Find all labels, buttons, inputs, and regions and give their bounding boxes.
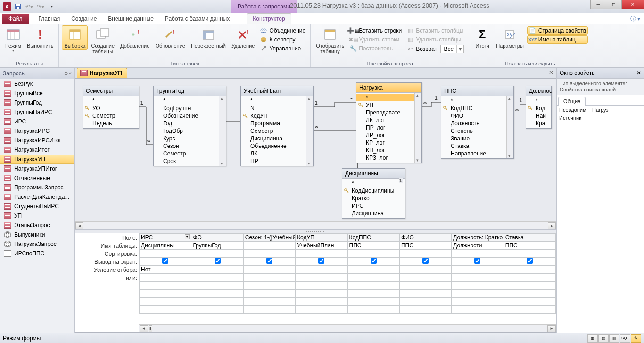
grid-cell[interactable] xyxy=(140,290,191,298)
delete-query-button[interactable]: ! Удаление xyxy=(229,25,257,50)
union-button[interactable]: Объединение xyxy=(258,26,307,35)
table-header[interactable]: ГруппыГод xyxy=(154,86,226,96)
grid-cell[interactable] xyxy=(243,298,295,306)
grid-cell[interactable] xyxy=(399,306,451,314)
return-combo[interactable]: ↩Возврат: Все▾ xyxy=(405,44,466,54)
table-field[interactable]: Кратко xyxy=(342,195,405,202)
grid-cell[interactable] xyxy=(347,290,399,298)
proptab-general[interactable]: Общие xyxy=(558,97,586,106)
grid-cell[interactable] xyxy=(296,290,347,298)
nav-item[interactable]: ИРС xyxy=(0,117,74,126)
grid-cell[interactable] xyxy=(504,274,555,282)
scrollbar[interactable] xyxy=(414,93,421,163)
table-field[interactable]: Семестр xyxy=(154,150,226,157)
grid-cell[interactable] xyxy=(452,290,504,298)
run-button[interactable]: ! Выполнить xyxy=(25,25,56,50)
grid-cell[interactable]: Дисциплины xyxy=(140,242,191,250)
grid-cell[interactable] xyxy=(347,298,399,306)
grid-cell[interactable] xyxy=(296,306,347,314)
grid-cell[interactable] xyxy=(347,258,399,266)
grid-cell[interactable] xyxy=(452,282,504,290)
nav-item[interactable]: УП xyxy=(0,211,74,220)
grid-cell[interactable] xyxy=(504,282,555,290)
table-field[interactable]: Курс xyxy=(154,135,226,142)
table-field[interactable]: КодГруппы xyxy=(154,105,226,112)
table-field[interactable]: КодППС xyxy=(441,105,513,112)
table-box[interactable]: Семестры*УОСеместрНедель xyxy=(83,86,139,129)
nav-search-icon[interactable]: ⊙ « xyxy=(64,71,72,76)
grid-cell[interactable] xyxy=(191,250,243,258)
save-icon[interactable] xyxy=(13,2,23,11)
grid-cell[interactable]: ФО xyxy=(191,234,243,242)
table-field[interactable]: Объединение xyxy=(241,142,313,150)
grid-cell[interactable] xyxy=(452,258,504,266)
grid-cell[interactable] xyxy=(140,274,191,282)
grid-cell[interactable]: КодУП xyxy=(296,234,347,242)
table-field[interactable]: * xyxy=(526,97,551,105)
grid-hscroll[interactable]: ◄▮ ► xyxy=(139,324,556,332)
table-header[interactable]: Дисциплины xyxy=(342,169,405,179)
nav-item[interactable]: ГруппыГод xyxy=(0,98,74,107)
grid-cell[interactable] xyxy=(243,266,295,274)
tab-dbtools[interactable]: Работа с базами данных xyxy=(159,14,235,24)
table-box[interactable]: Нагрузка*УППреподаватеЛК_логПР_логЛР_лог… xyxy=(356,82,422,163)
grid-cell[interactable] xyxy=(140,298,191,306)
grid-cell[interactable] xyxy=(140,250,191,258)
grid-cell[interactable] xyxy=(504,258,555,266)
table-field[interactable]: Код xyxy=(526,105,551,112)
table-field[interactable]: N xyxy=(241,105,313,112)
maketable-button[interactable]: ! Создание таблицы xyxy=(89,25,117,56)
table-field[interactable]: Ставка xyxy=(441,142,513,150)
close-button[interactable]: ✕ xyxy=(621,0,644,9)
nav-item[interactable]: ИРСпоППС xyxy=(0,249,74,258)
grid-cell[interactable] xyxy=(347,306,399,314)
params-button[interactable]: xyz Параметры xyxy=(494,25,526,50)
grid-cell[interactable] xyxy=(191,258,243,266)
grid-cell[interactable] xyxy=(191,290,243,298)
grid-columns[interactable]: ИРС▾ФОСезон: 1-([УчебныйПКодУПКодППСФИОД… xyxy=(139,233,556,332)
grid-cell[interactable]: КодППС xyxy=(347,234,399,242)
table-field[interactable]: * xyxy=(83,97,139,105)
view-sql-icon[interactable]: SQL xyxy=(620,334,630,343)
scrollbar[interactable] xyxy=(306,96,313,166)
table-field[interactable]: КП_лог xyxy=(356,147,421,154)
grid-cell[interactable] xyxy=(243,290,295,298)
grid-cell[interactable]: ППС xyxy=(347,242,399,250)
nav-item[interactable]: НагрузкаИРСИтог xyxy=(0,136,74,145)
maximize-button[interactable]: □ xyxy=(606,0,622,9)
table-field[interactable]: ФИО xyxy=(441,112,513,120)
grid-cell[interactable] xyxy=(243,258,295,266)
table-field[interactable]: Сезон xyxy=(154,142,226,150)
file-tab[interactable]: Файл xyxy=(2,14,29,24)
tab-home[interactable]: Главная xyxy=(33,14,66,24)
diagram-hscroll[interactable]: ◄ ► xyxy=(75,221,556,229)
tab-external[interactable]: Внешние данные xyxy=(102,14,159,24)
nav-item[interactable]: ГруппыВсе xyxy=(0,89,74,98)
view-design-icon[interactable]: ✎ xyxy=(631,334,641,343)
grid-cell[interactable] xyxy=(296,258,347,266)
prop-value[interactable] xyxy=(590,114,644,122)
grid-cell[interactable] xyxy=(504,290,555,298)
propsheet-button[interactable]: 📄Страница свойств xyxy=(527,26,588,35)
grid-cell[interactable]: ППС xyxy=(399,242,451,250)
grid-cell[interactable] xyxy=(347,250,399,258)
table-field[interactable]: * xyxy=(441,97,513,105)
nav-item[interactable]: РасчетДляКаленда... xyxy=(0,192,74,202)
doc-close-icon[interactable]: ✕ xyxy=(547,69,554,76)
table-field[interactable]: Должность xyxy=(441,120,513,127)
table-field[interactable]: ПР_лог xyxy=(356,124,421,131)
table-field[interactable]: Семестр xyxy=(241,127,313,135)
table-box[interactable]: ГруппыГод*КодГруппыОбозначениеГодГодОбрК… xyxy=(153,86,226,166)
grid-cell[interactable] xyxy=(296,250,347,258)
nav-item[interactable]: Выпускники xyxy=(0,230,74,239)
table-field[interactable]: Дисциплина xyxy=(342,210,405,217)
table-field[interactable]: ЛР_лог xyxy=(356,131,421,139)
table-box[interactable]: УчебныйПлан*NКодУППрограммаСеместрДисцип… xyxy=(240,86,314,166)
grid-cell[interactable] xyxy=(347,266,399,274)
nav-item[interactable]: Отчисленные xyxy=(0,173,74,183)
grid-cell[interactable] xyxy=(399,282,451,290)
grid-cell[interactable] xyxy=(243,282,295,290)
grid-cell[interactable] xyxy=(296,266,347,274)
table-field[interactable]: ЛК xyxy=(241,150,313,157)
table-field[interactable]: Год xyxy=(154,120,226,127)
